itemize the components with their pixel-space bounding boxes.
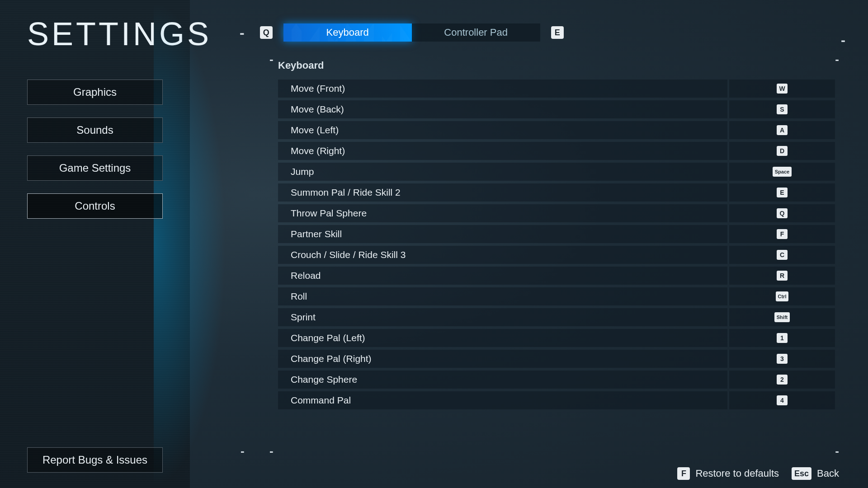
restore-defaults-button[interactable]: F Restore to defaults <box>677 467 779 480</box>
binding-action-label[interactable]: Crouch / Slide / Ride Skill 3 <box>278 246 727 264</box>
keycap-icon: D <box>777 146 788 156</box>
next-tab-hint-key: E <box>551 26 564 39</box>
decoration-dash-icon: - <box>835 52 839 66</box>
keycap-icon: 4 <box>777 395 788 405</box>
binding-key-button[interactable]: E <box>729 183 835 202</box>
binding-row: Change Pal (Left)1 <box>278 329 835 347</box>
binding-action-label[interactable]: Summon Pal / Ride Skill 2 <box>278 183 727 202</box>
binding-key-button[interactable]: R <box>729 267 835 285</box>
binding-row: Move (Front)W <box>278 80 835 98</box>
decoration-dash-icon: - <box>240 24 245 41</box>
keycap-icon: Shift <box>774 312 790 322</box>
keycap-icon: Q <box>777 208 788 218</box>
page-title: SETTINGS <box>27 15 163 52</box>
binding-action-label[interactable]: Sprint <box>278 308 727 326</box>
binding-row: Command Pal4 <box>278 391 835 409</box>
binding-row: Change Sphere2 <box>278 371 835 389</box>
keycap-icon: C <box>777 250 788 260</box>
tabs: KeyboardController Pad <box>283 23 540 42</box>
keycap-icon: W <box>777 84 788 94</box>
binding-action-label[interactable]: Throw Pal Sphere <box>278 204 727 222</box>
sidebar-item-graphics[interactable]: Graphics <box>27 80 163 105</box>
binding-action-label[interactable]: Change Pal (Left) <box>278 329 727 347</box>
tab-keyboard[interactable]: Keyboard <box>283 23 412 42</box>
prev-tab-hint-key: Q <box>260 26 273 39</box>
binding-action-label[interactable]: Move (Left) <box>278 121 727 139</box>
binding-key-button[interactable]: 4 <box>729 391 835 409</box>
decoration-dash-icon: - <box>241 444 245 458</box>
restore-key-hint: F <box>677 467 690 480</box>
keycap-icon: F <box>777 229 788 239</box>
keycap-icon: S <box>777 104 788 114</box>
binding-key-button[interactable]: Shift <box>729 308 835 326</box>
binding-key-button[interactable]: A <box>729 121 835 139</box>
restore-label: Restore to defaults <box>695 468 779 479</box>
binding-row: JumpSpace <box>278 163 835 181</box>
binding-key-button[interactable]: C <box>729 246 835 264</box>
sidebar-item-sounds[interactable]: Sounds <box>27 117 163 143</box>
binding-key-button[interactable]: W <box>729 80 835 98</box>
report-bugs-button[interactable]: Report Bugs & Issues <box>27 447 163 473</box>
binding-action-label[interactable]: Change Sphere <box>278 371 727 389</box>
binding-key-button[interactable]: Ctrl <box>729 287 835 305</box>
binding-action-label[interactable]: Command Pal <box>278 391 727 409</box>
binding-row: Move (Left)A <box>278 121 835 139</box>
binding-action-label[interactable]: Move (Right) <box>278 142 727 160</box>
footer-actions: F Restore to defaults Esc Back <box>677 467 839 480</box>
binding-key-button[interactable]: 3 <box>729 350 835 368</box>
binding-key-button[interactable]: S <box>729 100 835 118</box>
binding-row: Throw Pal SphereQ <box>278 204 835 222</box>
binding-action-label[interactable]: Change Pal (Right) <box>278 350 727 368</box>
keycap-icon: Ctrl <box>776 291 789 301</box>
sidebar-item-controls[interactable]: Controls <box>27 193 163 219</box>
binding-row: SprintShift <box>278 308 835 326</box>
keycap-icon: R <box>777 271 788 281</box>
binding-action-label[interactable]: Jump <box>278 163 727 181</box>
binding-key-button[interactable]: 1 <box>729 329 835 347</box>
binding-key-button[interactable]: F <box>729 225 835 243</box>
decoration-dash-icon: - <box>269 52 274 66</box>
section-heading: Keyboard <box>278 60 841 71</box>
content-frame: - - Keyboard Move (Front)WMove (Back)SMo… <box>231 54 841 488</box>
back-key-hint: Esc <box>792 467 811 480</box>
sidebar: SETTINGS GraphicsSoundsGame SettingsCont… <box>0 0 190 488</box>
keycap-icon: A <box>777 125 788 135</box>
binding-action-label[interactable]: Roll <box>278 287 727 305</box>
binding-row: Change Pal (Right)3 <box>278 350 835 368</box>
sidebar-item-game-settings[interactable]: Game Settings <box>27 155 163 181</box>
tab-controller-pad[interactable]: Controller Pad <box>412 23 540 42</box>
sidebar-spacer <box>27 231 163 447</box>
binding-row: Move (Back)S <box>278 100 835 118</box>
binding-row: Partner SkillF <box>278 225 835 243</box>
keycap-icon: Space <box>773 167 792 177</box>
binding-key-button[interactable]: D <box>729 142 835 160</box>
keycap-icon: 3 <box>777 354 788 364</box>
tabs-row: - Q KeyboardController Pad E <box>240 23 841 42</box>
binding-row: Summon Pal / Ride Skill 2E <box>278 183 835 202</box>
binding-row: Move (Right)D <box>278 142 835 160</box>
binding-key-button[interactable]: Q <box>729 204 835 222</box>
binding-row: RollCtrl <box>278 287 835 305</box>
decoration-dash-icon: - <box>269 444 274 458</box>
keycap-icon: E <box>777 188 788 197</box>
binding-row: Crouch / Slide / Ride Skill 3C <box>278 246 835 264</box>
back-label: Back <box>817 468 839 479</box>
binding-action-label[interactable]: Move (Back) <box>278 100 727 118</box>
binding-action-label[interactable]: Move (Front) <box>278 80 727 98</box>
keycap-icon: 2 <box>777 375 788 385</box>
main-panel: - Q KeyboardController Pad E - - - Keybo… <box>190 0 868 488</box>
decoration-dash-icon: - <box>835 444 839 458</box>
binding-key-button[interactable]: 2 <box>729 371 835 389</box>
keycap-icon: 1 <box>777 333 788 343</box>
decoration-dash-icon: - <box>841 33 845 48</box>
binding-action-label[interactable]: Partner Skill <box>278 225 727 243</box>
bindings-list: Move (Front)WMove (Back)SMove (Left)AMov… <box>278 80 835 409</box>
binding-action-label[interactable]: Reload <box>278 267 727 285</box>
binding-key-button[interactable]: Space <box>729 163 835 181</box>
binding-row: ReloadR <box>278 267 835 285</box>
back-button[interactable]: Esc Back <box>792 467 839 480</box>
